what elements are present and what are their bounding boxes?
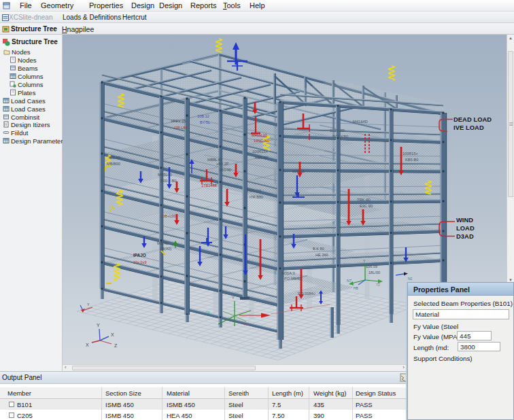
svg-text:M41&4D: M41&4D: [353, 120, 368, 124]
svg-text:BC0 KB0: BC0 KB0: [332, 135, 348, 139]
svg-text:N2: N2: [408, 277, 413, 281]
svg-text:D3AD: D3AD: [456, 233, 474, 240]
svg-text:B.K 80: B.K 80: [313, 247, 324, 251]
svg-text:10B+L00: 10B+L00: [160, 214, 176, 218]
svg-text:IVE LOAD: IVE LOAD: [453, 124, 484, 131]
svg-text:1REV 05: 1REV 05: [171, 119, 186, 123]
svg-text:PO-M9/60: PO-M9/60: [284, 277, 302, 281]
svg-text:1B0/4D: 1B0/4D: [219, 168, 232, 172]
svg-text:10B.L0: 10B.L0: [292, 169, 305, 173]
svg-text:TRK 4D: TRK 4D: [357, 198, 371, 202]
svg-text:MB.4D: MB.4D: [157, 241, 169, 245]
svg-text:LOAD: LOAD: [456, 225, 475, 232]
svg-text:HB: HB: [354, 286, 359, 290]
svg-text:+B0.2P: +B0.2P: [216, 162, 229, 166]
svg-text:KB5-B0: KB5-B0: [255, 156, 268, 160]
svg-text:100R15+: 100R15+: [402, 152, 418, 156]
svg-text:I2R.L80: I2R.L80: [174, 126, 188, 130]
svg-text:N7: N7: [347, 279, 352, 283]
svg-text:+x: +x: [243, 322, 247, 326]
svg-text:BY-5L: BY-5L: [200, 120, 210, 124]
svg-text:MB5L00: MB5L00: [158, 173, 172, 177]
svg-text:BO1A.3: BO1A.3: [281, 271, 295, 275]
svg-text:TZ: TZ: [376, 283, 380, 287]
svg-text:10B.12: 10B.12: [197, 114, 209, 118]
svg-text:WIND: WIND: [456, 217, 473, 224]
svg-text:IES.40: IES.40: [109, 156, 120, 160]
svg-text:156.09: 156.09: [366, 264, 377, 268]
svg-text:Z: Z: [114, 343, 118, 348]
svg-text:MB/B00: MB/B00: [107, 162, 120, 166]
svg-text:13NC N0: 13NC N0: [254, 139, 269, 143]
svg-text:X: X: [86, 343, 89, 347]
svg-text:1B(A0): 1B(A0): [160, 247, 172, 251]
svg-text:[1]: [1]: [206, 311, 210, 315]
svg-text:MBBL40: MBBL40: [207, 158, 222, 162]
svg-text:HE 360: HE 360: [315, 253, 328, 257]
svg-text:IPAJO: IPAJO: [133, 253, 146, 258]
svg-text:10x.0x9: 10x.0x9: [133, 260, 147, 264]
svg-text:TKN.CO: TKN.CO: [247, 189, 262, 193]
svg-text:B00-2 B0: B00-2 B0: [160, 179, 176, 183]
svg-text:18L/00: 18L/00: [369, 270, 380, 275]
svg-text:P03-D1B4U: P03-D1B4U: [298, 292, 315, 296]
svg-text:KB5-B0: KB5-B0: [405, 158, 418, 162]
svg-text:Y: Y: [87, 302, 90, 307]
svg-text:1005+49: 1005+49: [330, 128, 345, 133]
svg-text:M#1N.10: M#1N.10: [252, 133, 267, 137]
svg-text:E3C 9D: E3C 9D: [360, 204, 373, 208]
svg-text:Y: Y: [97, 323, 100, 328]
svg-text:X: X: [111, 332, 114, 337]
svg-text:I7R.B80: I7R.B80: [250, 195, 263, 199]
svg-text:1TB1488: 1TB1488: [201, 183, 217, 188]
svg-text:DEAD LOAD: DEAD LOAD: [453, 116, 492, 123]
svg-text:Y: Y: [232, 296, 235, 300]
svg-text:100R15+: 100R15+: [252, 150, 268, 154]
